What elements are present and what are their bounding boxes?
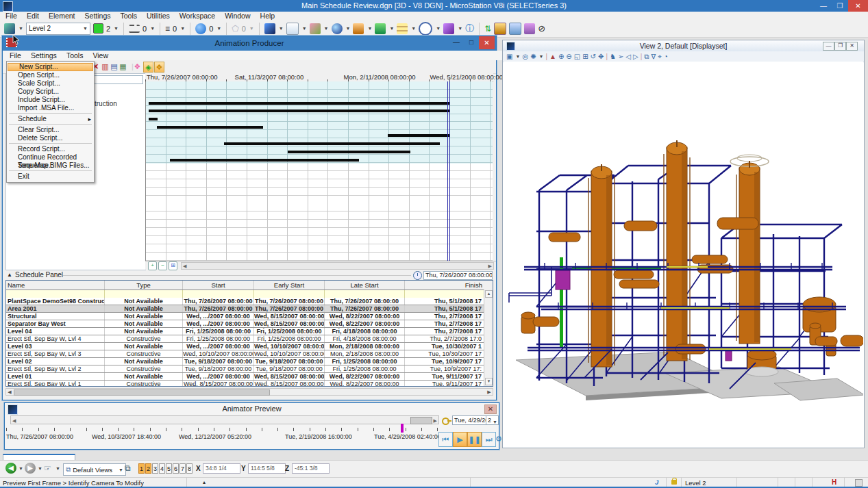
menu-item[interactable]: Window: [225, 12, 250, 20]
clip-volume-icon[interactable]: ∇: [652, 53, 656, 61]
copy-view-icon[interactable]: ⧉: [644, 53, 649, 61]
fly-icon[interactable]: ➢: [618, 53, 623, 61]
close-button[interactable]: ✕: [848, 0, 868, 12]
view-minimize-button[interactable]: —: [823, 42, 834, 51]
raster-manager-icon[interactable]: [310, 23, 321, 34]
references-icon[interactable]: [375, 23, 386, 34]
schedule-v-scrollbar[interactable]: ▲ ▼: [484, 290, 493, 386]
snap-mode-icon[interactable]: J: [655, 478, 658, 486]
scroll-right-arrow[interactable]: ▶: [486, 389, 493, 395]
gantt-bar[interactable]: [388, 134, 451, 137]
active-level-combo[interactable]: Level 2▼: [26, 23, 90, 35]
selection-set-icon[interactable]: [855, 479, 863, 487]
window-open-icon[interactable]: [509, 23, 521, 35]
view-toggle-button[interactable]: 3: [152, 463, 158, 474]
chevron-down-icon[interactable]: ▼: [367, 26, 372, 31]
table-row[interactable]: PlantSpace DemoSet98 ConstructionNot Ava…: [6, 298, 484, 305]
column-header[interactable]: Early Start: [254, 281, 325, 290]
scroll-right-arrow[interactable]: ▶: [434, 418, 437, 424]
view-toggle-button[interactable]: 8: [186, 463, 193, 474]
chevron-down-icon[interactable]: ▼: [436, 26, 441, 31]
scroll-up-arrow[interactable]: ▲: [485, 290, 493, 298]
view-previous-icon[interactable]: ◁: [625, 53, 631, 61]
table-row[interactable]: Level 01Not AvailableWed, .../2007 08:00…: [6, 373, 484, 381]
film-add-icon[interactable]: ▥: [101, 62, 110, 71]
column-header[interactable]: Start: [183, 281, 254, 290]
column-header[interactable]: Name: [6, 281, 105, 290]
gantt-bar[interactable]: [224, 142, 440, 145]
table-row[interactable]: Erect Stl, Sep Bay W, Lvl 2ConstructiveT…: [6, 365, 484, 373]
view-toggle-button[interactable]: 7: [179, 463, 186, 474]
chevron-down-icon[interactable]: ▼: [279, 26, 284, 31]
menu-item[interactable]: Element: [49, 12, 75, 20]
window-area-icon[interactable]: ◱: [574, 53, 580, 61]
zoom-search-icon[interactable]: [419, 22, 432, 36]
menu-item[interactable]: Tools: [121, 12, 138, 20]
view-2-viewport[interactable]: [504, 62, 863, 447]
anim-close-button[interactable]: ✕: [484, 404, 497, 414]
view-toggle-button[interactable]: 4: [159, 463, 165, 474]
zoom-out-icon[interactable]: −: [158, 261, 167, 270]
file-menu-item[interactable]: Clear Script...: [7, 126, 94, 134]
line-weight-icon[interactable]: ≡: [165, 24, 170, 34]
animation-settings-icon[interactable]: ❖: [154, 62, 164, 73]
skip-to-end-button[interactable]: ⏭: [482, 432, 496, 447]
chevron-down-icon[interactable]: ▼: [324, 26, 329, 31]
animator-time-field[interactable]: Tue, 4/29/200: [452, 415, 486, 425]
view-windows-icon[interactable]: ⧉: [125, 463, 131, 473]
scroll-left-arrow[interactable]: ◀: [183, 263, 186, 269]
view-toggle-button[interactable]: 5: [166, 463, 172, 474]
chevron-down-icon[interactable]: ▼: [38, 466, 42, 471]
select-tool-icon[interactable]: ▲: [549, 53, 556, 61]
pan-view-icon[interactable]: ✥: [598, 53, 604, 61]
saved-views-icon[interactable]: [353, 23, 364, 34]
table-row[interactable]: Area 2001Not AvailableThu, 7/26/2007 08:…: [6, 305, 484, 313]
no-display-icon[interactable]: ⊘: [538, 23, 545, 34]
zoom-out-icon[interactable]: ⊖: [566, 53, 571, 61]
menu-item[interactable]: Settings: [85, 12, 111, 20]
file-menu-item[interactable]: Import .MSA File...: [7, 104, 94, 112]
scrollbar-thumb[interactable]: [410, 417, 432, 424]
rotate-view-icon[interactable]: ↺: [591, 53, 596, 61]
ap-menu-item[interactable]: File: [10, 51, 21, 60]
active-color-swatch[interactable]: [93, 23, 103, 34]
gantt-bar[interactable]: [288, 151, 410, 153]
file-menu-item[interactable]: Schedule: [7, 115, 94, 123]
gantt-bar[interactable]: [149, 110, 450, 112]
element-class-icon[interactable]: [195, 23, 206, 34]
element-attributes-icon[interactable]: [4, 23, 15, 34]
animator-frame-combo[interactable]: 2▼: [486, 415, 499, 425]
scroll-right-arrow[interactable]: ▶: [488, 263, 492, 269]
table-row[interactable]: Level 02Not AvailableTue, 9/18/2007 08:0…: [6, 358, 484, 365]
view-adjust-icon[interactable]: ◎: [522, 53, 528, 61]
keyframes-icon[interactable]: ❖: [133, 62, 142, 71]
pointcloud-icon[interactable]: [524, 23, 535, 34]
ap-close-button[interactable]: ✕: [479, 36, 495, 49]
file-menu-item[interactable]: Delete Script...: [7, 134, 94, 142]
x-coord-field[interactable]: 34:8 1/4: [203, 463, 240, 474]
scroll-left-arrow[interactable]: ◀: [6, 389, 13, 395]
view-restore-button[interactable]: ❐: [834, 42, 846, 51]
forward-button[interactable]: ▶: [25, 463, 36, 474]
gantt-bar[interactable]: [157, 126, 262, 129]
view-close-button[interactable]: ✕: [846, 42, 858, 51]
menu-item[interactable]: Workspace: [179, 12, 215, 20]
file-menu-item[interactable]: Exit: [7, 172, 94, 181]
scrollbar-thumb[interactable]: [14, 389, 270, 396]
active-level-status[interactable]: Level 2: [685, 479, 706, 487]
file-menu-item[interactable]: Record Script...: [7, 145, 94, 153]
file-menu-item[interactable]: Tone Map BIMG Files...: [7, 162, 94, 170]
schedule-time-field[interactable]: Thu, 7/26/2007 08:00:00: [423, 271, 493, 280]
column-header[interactable]: Type: [105, 281, 183, 290]
view-display-style-icon[interactable]: ▣: [506, 53, 512, 61]
pause-button[interactable]: ❚❚: [467, 432, 482, 447]
table-row[interactable]: StructuralNot AvailableWed, .../2007 08:…: [6, 313, 484, 320]
view-attributes-icon[interactable]: ◔: [664, 53, 668, 61]
view-toggle-button[interactable]: 6: [173, 463, 179, 474]
table-row[interactable]: Erect Stl, Sep Bay W, Lvl 3ConstructiveW…: [6, 350, 484, 358]
exchange-arrows-icon[interactable]: ⇅: [484, 24, 491, 34]
table-row[interactable]: Separator Bay WestNot AvailableWed, .../…: [6, 320, 484, 328]
skip-to-start-button[interactable]: ⏮: [438, 432, 453, 447]
chevron-down-icon[interactable]: ▼: [458, 26, 462, 31]
schedule-simulation-status-icon[interactable]: H: [832, 478, 836, 486]
